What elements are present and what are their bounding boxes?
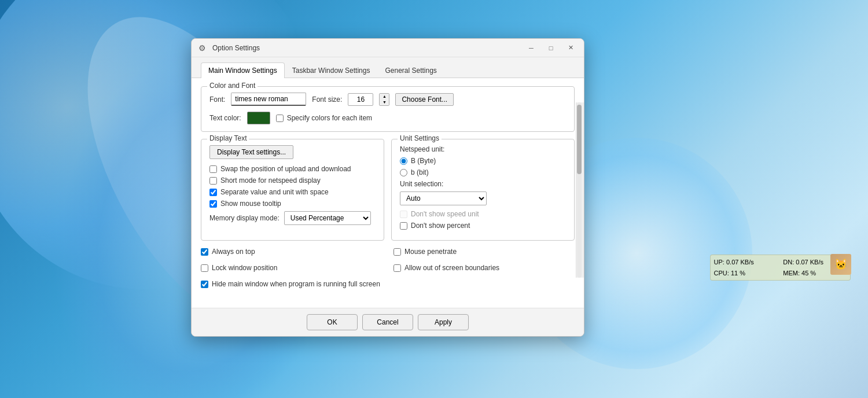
bit-radio-row: b (bit) (400, 168, 566, 176)
specify-colors-checkbox-label[interactable]: Specify colors for each item (276, 114, 372, 122)
byte-label: B (Byte) (411, 157, 436, 165)
display-text-section: Display Text Display Text settings... Sw… (201, 139, 384, 241)
tabs-bar: Main Window Settings Taskbar Window Sett… (192, 57, 584, 78)
allow-out-checkbox[interactable] (393, 264, 401, 272)
title-bar: ⚙ Option Settings ─ □ ✕ (192, 39, 584, 57)
dont-show-speed-checkbox[interactable] (400, 211, 407, 218)
memory-display-dropdown[interactable]: Used Percentage Used Amount Free Amount (284, 211, 371, 225)
color-font-label: Color and Font (207, 82, 258, 90)
display-text-label: Display Text (207, 134, 249, 142)
title-bar-controls: ─ □ ✕ (518, 39, 577, 57)
byte-radio[interactable] (400, 157, 407, 165)
swap-checkbox[interactable] (209, 165, 217, 173)
memory-display-row: Memory display mode: Used Percentage Use… (209, 211, 376, 225)
lock-window-checkbox[interactable] (201, 264, 208, 272)
bit-label: b (bit) (411, 168, 429, 176)
scrollbar[interactable] (576, 102, 584, 278)
font-row: Font: Font size: ▲ ▼ Choose Font... (209, 93, 566, 106)
font-size-down-button[interactable]: ▼ (380, 100, 389, 105)
scrollbar-thumb[interactable] (577, 105, 582, 174)
tooltip-checkbox-row: Show mouse tooltip (209, 200, 376, 208)
cancel-button[interactable]: Cancel (362, 314, 413, 330)
widget-upload: UP: 0.07 KB/s (714, 257, 778, 267)
dialog-title: Option Settings (212, 44, 518, 52)
tooltip-checkbox[interactable] (209, 200, 217, 208)
dont-show-speed-label: Don't show speed unit (411, 210, 479, 218)
font-size-spinner: ▲ ▼ (379, 93, 389, 106)
dialog-footer: OK Cancel Apply (192, 308, 584, 336)
font-label: Font: (209, 95, 225, 104)
lock-window-label: Lock window position (212, 264, 277, 272)
byte-radio-row: B (Byte) (400, 157, 566, 165)
memory-display-label: Memory display mode: (209, 214, 279, 222)
text-color-label: Text color: (209, 114, 241, 122)
mouse-penetrate-checkbox[interactable] (393, 248, 401, 256)
separate-checkbox-row: Separate value and unit with space (209, 188, 376, 196)
bit-radio[interactable] (400, 169, 407, 176)
unit-selection-label: Unit selection: (400, 180, 566, 188)
unit-settings-section: Unit Settings Netspeed unit: B (Byte) b … (391, 139, 575, 241)
font-name-input[interactable] (231, 93, 306, 106)
separate-checkbox[interactable] (209, 189, 217, 196)
allow-out-label: Allow out of screen boundaries (404, 264, 499, 272)
text-color-swatch[interactable] (247, 112, 270, 124)
dont-show-percent-checkbox[interactable] (400, 222, 407, 230)
ok-button[interactable]: OK (307, 314, 358, 330)
swap-label: Swap the position of upload and download (220, 165, 351, 173)
settings-icon: ⚙ (198, 43, 208, 53)
short-mode-checkbox-row: Short mode for netspeed display (209, 176, 376, 185)
dont-show-percent-label: Don't show percent (411, 222, 470, 230)
always-on-top-row: Always on top (201, 248, 382, 256)
color-row: Text color: Specify colors for each item (209, 112, 566, 124)
option-settings-dialog: ⚙ Option Settings ─ □ ✕ Main Window Sett… (191, 38, 584, 337)
separate-label: Separate value and unit with space (220, 188, 329, 196)
tab-taskbar-window[interactable]: Taskbar Window Settings (285, 62, 378, 78)
allow-out-row: Allow out of screen boundaries (393, 264, 575, 272)
bottom-checkboxes: Always on top Mouse penetrate Lock windo… (201, 248, 575, 292)
two-col-sections: Display Text Display Text settings... Sw… (201, 139, 575, 241)
dont-show-percent-row: Don't show percent (400, 222, 566, 230)
choose-font-button[interactable]: Choose Font... (395, 93, 454, 106)
unit-settings-label: Unit Settings (398, 134, 442, 142)
specify-colors-text: Specify colors for each item (287, 114, 372, 122)
mouse-penetrate-label: Mouse penetrate (404, 248, 457, 256)
hide-main-checkbox[interactable] (201, 281, 208, 288)
display-text-settings-button[interactable]: Display Text settings... (209, 145, 293, 159)
tab-main-window[interactable]: Main Window Settings (201, 62, 285, 78)
font-size-input[interactable] (348, 93, 373, 106)
apply-button[interactable]: Apply (418, 314, 469, 330)
color-font-section: Color and Font Font: Font size: ▲ ▼ Choo… (201, 86, 575, 132)
mouse-penetrate-row: Mouse penetrate (393, 248, 575, 256)
widget-cpu: CPU: 11 % (714, 268, 778, 278)
widget-avatar: 🐱 (830, 254, 851, 275)
swap-checkbox-row: Swap the position of upload and download (209, 165, 376, 173)
hide-main-label: Hide main window when program is running… (212, 280, 380, 288)
specify-colors-checkbox[interactable] (276, 115, 284, 122)
font-size-up-button[interactable]: ▲ (380, 94, 389, 100)
short-mode-label: Short mode for netspeed display (220, 176, 321, 185)
system-monitor-widget: UP: 0.07 KB/s DN: 0.07 KB/s CPU: 11 % ME… (710, 255, 851, 281)
tooltip-label: Show mouse tooltip (220, 200, 281, 208)
dialog-overlay: ⚙ Option Settings ─ □ ✕ Main Window Sett… (0, 0, 868, 398)
font-size-label: Font size: (312, 95, 342, 104)
always-on-top-checkbox[interactable] (201, 248, 208, 256)
unit-selection-dropdown[interactable]: Auto KB MB GB (400, 191, 487, 205)
dialog-content: Color and Font Font: Font size: ▲ ▼ Choo… (192, 78, 584, 308)
short-mode-checkbox[interactable] (209, 177, 217, 185)
scrollbar-track (577, 102, 582, 278)
dont-show-speed-row: Don't show speed unit (400, 210, 566, 218)
always-on-top-label: Always on top (212, 248, 255, 256)
close-button[interactable]: ✕ (557, 39, 584, 57)
lock-window-row: Lock window position (201, 264, 382, 272)
tab-general[interactable]: General Settings (377, 62, 444, 78)
hide-main-row: Hide main window when program is running… (201, 280, 575, 288)
netspeed-unit-label: Netspeed unit: (400, 145, 566, 153)
